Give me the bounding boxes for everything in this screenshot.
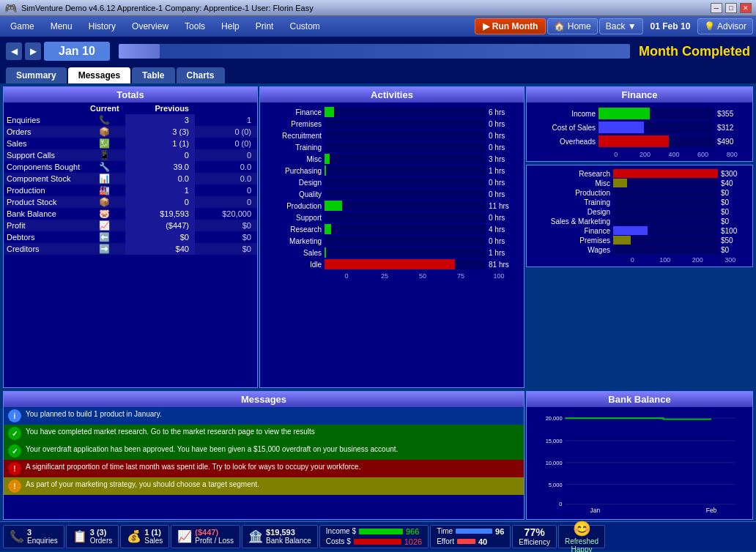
activity-row: Marketing 0 hrs — [266, 236, 518, 246]
orders-icon: 📋 — [73, 529, 87, 543]
activity-row: Idle 81 hrs — [266, 259, 518, 269]
maximize-button[interactable]: □ — [725, 3, 737, 13]
finance-row: Income $355 — [533, 108, 746, 119]
bank-label: Bank Balance — [266, 537, 311, 545]
profit-val: ($447) — [195, 528, 234, 537]
menu-overview[interactable]: Overview — [125, 19, 176, 34]
income-val: 966 — [406, 527, 419, 536]
enquiries-stat: 📞 3 Enquiries — [3, 525, 64, 548]
orders-stat: 📋 3 (3) Orders — [66, 525, 119, 548]
activity-row: Finance 6 hrs — [266, 107, 518, 117]
activities-panel: Activities Finance 6 hrs Premises 0 hrs … — [259, 86, 525, 388]
navbar: ◀ ▶ Jan 10 Month Completed — [0, 37, 756, 66]
spending-row: Wages $0 — [533, 245, 746, 254]
message-item: ! A significant proportion of time last … — [4, 460, 524, 477]
tab-charts[interactable]: Charts — [177, 67, 225, 83]
orders-count: 3 (3) — [90, 528, 113, 537]
activity-row: Misc 3 hrs — [266, 154, 518, 164]
next-month-button[interactable]: ▶ — [25, 42, 41, 60]
efficiency-label: Efficiency — [519, 538, 550, 546]
table-row: Profit 📈 ($447) $0 — [4, 220, 257, 231]
menu-history[interactable]: History — [81, 19, 123, 34]
tab-table[interactable]: Table — [132, 67, 174, 83]
income-costs-stat: Income $ 966 Costs $ 1026 — [319, 525, 429, 548]
table-row: Production 🏭 1 0 — [4, 184, 257, 196]
table-row: Creditors ➡️ $40 $0 — [4, 243, 257, 255]
finance-header: Finance — [527, 87, 752, 102]
refreshed-label: Refreshed — [565, 537, 598, 545]
effort-val: 40 — [478, 537, 487, 546]
profit-stat: 📈 ($447) Profit / Loss — [171, 525, 240, 548]
spending-row: Research $300 — [533, 169, 746, 178]
message-item: i You planned to build 1 product in Janu… — [4, 407, 524, 425]
bank-icon: 🏦 — [248, 529, 263, 543]
menu-custom[interactable]: Custom — [282, 19, 327, 34]
tab-messages[interactable]: Messages — [68, 67, 130, 83]
advisor-button[interactable]: 💡 Advisor — [697, 18, 753, 34]
spending-row: Misc $40 — [533, 179, 746, 187]
spending-row: Training $0 — [533, 198, 746, 206]
spending-panel: Research $300 Misc $40 Production $0 Tra… — [526, 165, 753, 267]
finance-panel: Finance Income $355 Cost of Sales $312 O… — [526, 86, 753, 162]
finance-row: Cost of Sales $312 — [533, 122, 746, 133]
svg-text:20,000: 20,000 — [546, 415, 563, 422]
profit-icon: 📈 — [177, 529, 192, 543]
messages-list: i You planned to build 1 product in Janu… — [4, 407, 524, 495]
profit-label: Profit / Loss — [195, 537, 234, 545]
message-item: ✓ You have completed market research. Go… — [4, 425, 524, 442]
messages-header: Messages — [4, 392, 524, 407]
month-completed-label: Month Completed — [639, 44, 750, 59]
timeline — [119, 44, 630, 59]
col-previous-header: Previous — [125, 102, 195, 114]
happy-icon: 😊 — [565, 520, 598, 537]
svg-text:15,000: 15,000 — [546, 438, 563, 444]
spending-row: Production $0 — [533, 188, 746, 197]
menu-tools[interactable]: Tools — [177, 19, 212, 34]
effort-label: Effort — [437, 537, 454, 545]
tabs: Summary Messages Table Charts — [0, 66, 756, 83]
date-display: 01 Feb 10 — [645, 21, 697, 31]
enquiries-count: 3 — [27, 528, 58, 537]
titlebar: 🎮 SimVenture Demo v4.6.12 Apprentice-1 C… — [0, 0, 756, 16]
menubar: Game Menu History Overview Tools Help Pr… — [0, 16, 756, 37]
finance-chart: Income $355 Cost of Sales $312 Overheads… — [527, 102, 752, 161]
activity-row: Design 0 hrs — [266, 177, 518, 187]
finance-row: Overheads $490 — [533, 135, 746, 147]
activity-row: Quality 0 hrs — [266, 189, 518, 199]
bank-chart-svg: 20,000 15,000 10,000 5,000 0 Jan Feb — [533, 410, 746, 512]
timeline-filled — [119, 44, 160, 59]
titlebar-title: SimVenture Demo v4.6.12 Apprentice-1 Com… — [21, 4, 711, 12]
menu-help[interactable]: Help — [214, 19, 247, 34]
efficiency-val: 77% — [519, 526, 550, 538]
prev-month-button[interactable]: ◀ — [6, 42, 22, 60]
table-row: Components Bought 🔧 39.0 0.0 — [4, 161, 257, 173]
time-stat: Time 96 Effort 40 — [430, 525, 511, 548]
message-item: ! As part of your marketing strategy, yo… — [4, 477, 524, 495]
happy-label: Happy — [565, 545, 598, 553]
activity-row: Recruitment 0 hrs — [266, 130, 518, 141]
current-month: Jan 10 — [44, 42, 110, 61]
run-month-button[interactable]: ▶ Run Month — [475, 18, 546, 34]
menu-print[interactable]: Print — [248, 19, 281, 34]
bank-val: $19,593 — [266, 528, 311, 537]
table-row: Sales 💹 1 (1) 0 (0) — [4, 138, 257, 149]
tab-summary[interactable]: Summary — [6, 67, 67, 83]
sales-count: 1 (1) — [144, 528, 163, 537]
home-button[interactable]: 🏠 Home — [547, 18, 597, 34]
menu-menu[interactable]: Menu — [43, 19, 80, 34]
income-label: Income $ — [326, 527, 356, 535]
efficiency-stat: 77% Efficiency — [512, 525, 557, 548]
menu-game[interactable]: Game — [3, 19, 42, 34]
orders-label: Orders — [90, 537, 113, 545]
table-row: Debtors ⬅️ $0 $0 — [4, 231, 257, 243]
activity-row: Support 0 hrs — [266, 212, 518, 223]
activity-row: Research 4 hrs — [266, 224, 518, 234]
spending-row: Design $0 — [533, 207, 746, 216]
svg-text:5,000: 5,000 — [549, 482, 563, 488]
sales-icon: 💰 — [127, 529, 141, 543]
enquiries-label: Enquiries — [27, 537, 58, 545]
close-button[interactable]: ✕ — [740, 3, 752, 13]
back-button[interactable]: Back ▼ — [599, 18, 643, 34]
minimize-button[interactable]: ─ — [711, 3, 722, 13]
sales-label: Sales — [144, 537, 163, 545]
